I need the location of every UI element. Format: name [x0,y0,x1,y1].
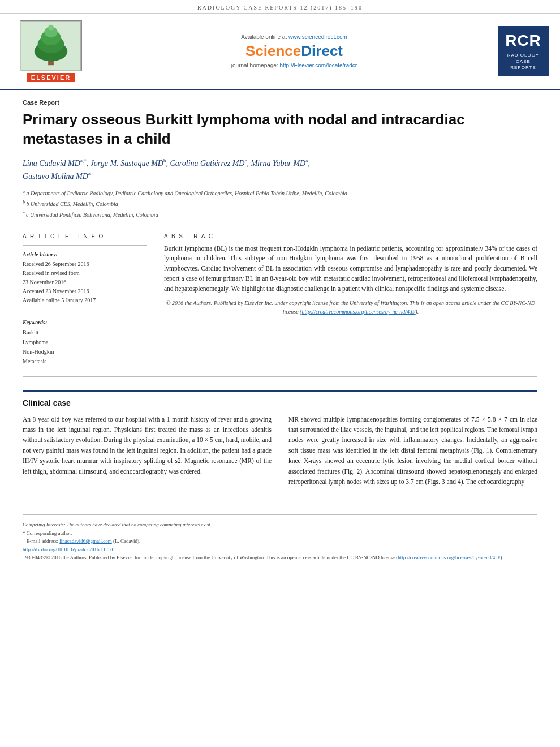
abstract-text: Burkitt lymphoma (BL) is the most freque… [164,244,537,294]
article-info-title: A R T I C L E I N F O [23,233,147,239]
abstract-title: A B S T R A C T [164,233,537,239]
footer-separator [23,514,537,515]
email-line: E-mail address: linacadavid6@gmail.com (… [23,537,537,545]
competing-interests: Competing Interests: The authors have de… [23,521,537,529]
keyword-2: Non-Hodgkin [23,347,147,357]
separator-2 [23,376,537,377]
sciencedirect-logo: ScienceDirect [91,42,498,60]
keyword-0: Burkitt [23,328,147,337]
history-accepted: Accepted 23 November 2016 [23,287,147,296]
banner: ELSEVIER Available online at www.science… [0,14,560,90]
clinical-text-columns: An 8-year-old boy was referred to our ho… [23,414,537,487]
keywords-separator [23,311,147,311]
license-url-link[interactable]: http://creativecommons.org/licenses/by-n… [398,555,500,560]
article-meta: A R T I C L E I N F O Article history: R… [23,233,537,366]
corresponding-note: * Corresponding author. [23,529,537,537]
history-available: Available online 5 January 2017 [23,296,147,305]
keywords-label: Keywords: [23,319,147,325]
authors-line: Lina Cadavid MDa,*, Jorge M. Sastoque MD… [23,157,537,183]
clinical-section: Clinical case An 8-year-old boy was refe… [23,390,537,487]
main-content: Case Report Primary osseous Burkitt lymp… [0,90,560,573]
clinical-right-col: MR showed multiple lymphadenopathies for… [288,414,537,487]
journal-homepage: journal homepage: http://Elsevier.com/lo… [91,62,498,68]
page-footer: Competing Interests: The authors have de… [23,504,537,561]
article-info-panel: A R T I C L E I N F O Article history: R… [23,233,147,366]
history-revised-label: Received in revised form [23,269,147,278]
license-line: 1930-0433/© 2016 the Authors. Published … [23,553,537,561]
homepage-link[interactable]: http://Elsevier.com/locate/radcr [279,62,357,68]
journal-header-text: Radiology Case Reports 12 (2017) 185–190 [197,5,363,11]
affil-b: b b Universidad CES, Medellín, Colombia [23,199,537,209]
clinical-left-col: An 8-year-old boy was referred to our ho… [23,414,272,487]
rcr-badge: RCR RADIOLOGYCASEREPORTS [498,26,549,77]
separator-1 [23,226,537,226]
article-type-label: Case Report [23,99,537,106]
journal-header: Radiology Case Reports 12 (2017) 185–190 [0,0,560,14]
rcr-subtitle: RADIOLOGYCASEREPORTS [501,52,545,71]
elsevier-brand-label: ELSEVIER [27,73,75,82]
history-revised-date: 23 November 2016 [23,278,147,287]
cc-license-link[interactable]: http://creativecommons.org/licenses/by-n… [301,308,415,315]
doi-link[interactable]: http://dx.doi.org/10.1016/j.radcr.2016.1… [23,547,114,552]
rcr-letters: RCR [501,32,545,50]
article-title: Primary osseous Burkitt lymphoma with no… [23,110,537,149]
affil-c: c c Universidad Pontificia Bolivariana, … [23,210,537,220]
keyword-1: Lymphoma [23,337,147,347]
abstract-panel: A B S T R A C T Burkitt lymphoma (BL) is… [164,233,537,366]
doi-line: http://dx.doi.org/10.1016/j.radcr.2016.1… [23,546,537,553]
clinical-section-title: Clinical case [23,398,537,407]
elsevier-logo: ELSEVIER [11,20,91,82]
keywords-section: Keywords: Burkitt Lymphoma Non-Hodgkin M… [23,319,147,366]
history-label: Article history: [23,251,147,257]
svg-point-6 [48,25,54,31]
abstract-copyright: © 2016 the Authors. Published by Elsevie… [164,299,537,316]
elsevier-tree-image [20,20,82,71]
available-online-text: Available online at www.sciencedirect.co… [91,34,498,40]
banner-center: Available online at www.sciencedirect.co… [91,34,498,68]
email-link[interactable]: linacadavid6@gmail.com [59,538,112,544]
keyword-3: Metastasis [23,357,147,366]
affiliations: a a Departments of Pediatric Radiology, … [23,188,537,220]
history-received: Received 26 September 2016 [23,260,147,269]
affil-a: a a Departments of Pediatric Radiology, … [23,188,537,198]
info-separator [23,245,147,246]
available-link[interactable]: www.sciencedirect.com [288,34,347,40]
